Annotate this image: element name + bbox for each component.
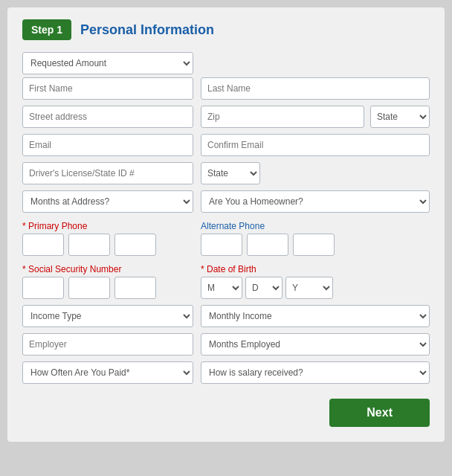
alt-phone-3[interactable] — [293, 234, 335, 256]
dob-label: Date of Birth — [201, 264, 256, 274]
dl-state-select[interactable]: State — [201, 162, 260, 184]
page-title: Personal Information — [80, 22, 214, 38]
primary-phone-3[interactable] — [114, 234, 156, 256]
ssn-2[interactable] — [68, 277, 110, 299]
homeowner-select[interactable]: Are You a Homeowner? — [201, 190, 430, 213]
state-select[interactable]: State — [370, 106, 430, 128]
dob-year-select[interactable]: Y — [285, 277, 333, 299]
dob-month-select[interactable]: M — [201, 277, 242, 299]
requested-amount-select[interactable]: Requested Amount — [22, 52, 193, 74]
alt-phone-2[interactable] — [247, 234, 288, 256]
salary-received-select[interactable]: How is salary received? — [201, 361, 430, 384]
employer-input[interactable] — [22, 333, 193, 356]
step-header: Step 1 Personal Information — [22, 19, 430, 40]
primary-phone-label: Primary Phone — [22, 221, 87, 231]
primary-phone-2[interactable] — [68, 234, 110, 256]
ssn-1[interactable] — [22, 277, 64, 299]
months-employed-select[interactable]: Months Employed — [201, 333, 430, 356]
first-name-input[interactable] — [22, 77, 193, 100]
step-badge: Step 1 — [22, 19, 71, 40]
alt-phone-1[interactable] — [201, 234, 242, 256]
dob-day-select[interactable]: D — [245, 277, 282, 299]
street-address-input[interactable] — [22, 106, 193, 128]
zip-input[interactable] — [201, 106, 364, 128]
primary-phone-1[interactable] — [22, 234, 64, 256]
pay-frequency-select[interactable]: How Often Are You Paid* — [22, 361, 193, 384]
email-input[interactable] — [22, 134, 193, 156]
alt-phone-label: Alternate Phone — [201, 221, 265, 231]
ssn-3[interactable] — [114, 277, 156, 299]
income-type-select[interactable]: Income Type — [22, 305, 193, 327]
monthly-income-select[interactable]: Monthly Income — [201, 305, 430, 327]
months-address-select[interactable]: Months at Address? — [22, 190, 193, 213]
last-name-input[interactable] — [201, 77, 430, 100]
ssn-label: Social Security Number — [22, 264, 121, 274]
confirm-email-input[interactable] — [201, 134, 430, 156]
drivers-license-input[interactable] — [22, 162, 193, 184]
next-button[interactable]: Next — [329, 399, 430, 427]
